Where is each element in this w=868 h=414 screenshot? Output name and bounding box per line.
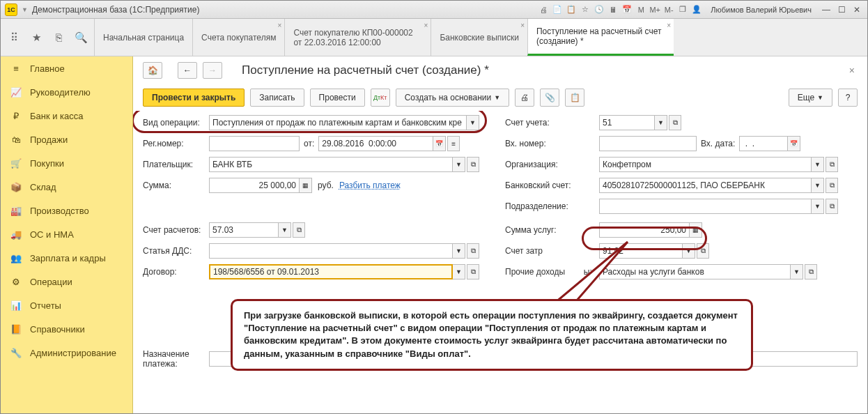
date-extra[interactable]: ≡: [447, 136, 460, 151]
apps-icon[interactable]: ⠿: [8, 31, 20, 44]
windows-icon[interactable]: ❐: [677, 4, 688, 15]
service-sum-input[interactable]: [599, 222, 690, 238]
m-plus-btn[interactable]: M+: [649, 4, 660, 15]
date-picker[interactable]: 📅: [433, 136, 446, 151]
sidebar-item-main[interactable]: ≡Главное: [1, 56, 132, 80]
op-type-input[interactable]: [209, 115, 467, 130]
split-payment-link[interactable]: Разбить платеж: [339, 181, 401, 190]
dropdown-icon[interactable]: ▼: [22, 6, 28, 13]
post-and-close-button[interactable]: Провести и закрыть: [143, 89, 245, 107]
cost-acc-open[interactable]: ⧉: [697, 243, 709, 259]
reg-input[interactable]: [209, 136, 300, 151]
m-minus-btn[interactable]: M-: [663, 4, 674, 15]
account-dropdown[interactable]: ▼: [655, 115, 667, 130]
dtkt-button[interactable]: ДтКт: [371, 89, 390, 107]
sidebar-item-salary[interactable]: 👥Зарплата и кадры: [1, 246, 132, 270]
sum-calc[interactable]: ▦: [300, 178, 312, 193]
history-icon[interactable]: 🕓: [594, 4, 605, 15]
org-open[interactable]: ⧉: [826, 157, 838, 172]
sidebar-item-operations[interactable]: ⚙Операции: [1, 270, 132, 293]
tb-icon-3[interactable]: 📋: [566, 4, 577, 15]
bank-acc-input[interactable]: [599, 178, 812, 193]
favorites-icon[interactable]: ★: [30, 31, 42, 44]
date-input[interactable]: [318, 136, 433, 151]
sidebar-item-manager[interactable]: 📈Руководителю: [1, 80, 132, 104]
tb-icon-2[interactable]: 📄: [552, 4, 563, 15]
in-date-picker[interactable]: 📅: [788, 136, 800, 151]
payer-dropdown[interactable]: ▼: [453, 157, 465, 172]
dds-dropdown[interactable]: ▼: [453, 243, 465, 259]
contract-input[interactable]: [209, 264, 453, 279]
sidebar-item-purchases[interactable]: 🛒Покупки: [1, 151, 132, 175]
tab-close-icon[interactable]: ×: [520, 22, 525, 29]
calc-acc-input[interactable]: [209, 222, 279, 238]
dept-open[interactable]: ⧉: [826, 199, 838, 214]
cost-acc-dropdown[interactable]: ▼: [683, 243, 695, 259]
tab-close-icon[interactable]: ×: [424, 22, 428, 29]
calc-acc-open[interactable]: ⧉: [293, 222, 305, 238]
list-button[interactable]: 📋: [565, 89, 584, 107]
tb-icon-1[interactable]: 🖨: [538, 4, 549, 15]
contract-open[interactable]: ⧉: [467, 264, 479, 279]
other-income-input[interactable]: [599, 264, 791, 279]
tab-invoice-detail[interactable]: Счет покупателю КП00-000002 от 22.03.201…: [284, 19, 431, 56]
cost-acc-input[interactable]: [599, 243, 683, 259]
search-icon[interactable]: 🔍: [75, 31, 87, 44]
tab-bank-statements[interactable]: Банковские выписки×: [431, 19, 527, 56]
tab-invoices[interactable]: Счета покупателям×: [192, 19, 284, 56]
contract-dropdown[interactable]: ▼: [453, 264, 465, 279]
sidebar-item-warehouse[interactable]: 📦Склад: [1, 175, 132, 199]
calc-icon[interactable]: 🖩: [607, 4, 619, 15]
tab-close-icon[interactable]: ×: [667, 22, 671, 29]
minimize-button[interactable]: —: [820, 4, 832, 15]
bank-acc-open[interactable]: ⧉: [826, 178, 838, 193]
in-date-input[interactable]: [739, 136, 788, 151]
bank-acc-dropdown[interactable]: ▼: [812, 178, 824, 193]
sidebar-item-admin[interactable]: 🔧Администрирование: [1, 341, 132, 365]
dds-open[interactable]: ⧉: [467, 243, 479, 259]
more-button[interactable]: Еще▼: [789, 89, 832, 107]
create-based-button[interactable]: Создать на основании▼: [396, 89, 509, 107]
sidebar-item-assets[interactable]: 🚚ОС и НМА: [1, 222, 132, 246]
service-sum-calc[interactable]: ▦: [690, 222, 702, 238]
org-dropdown[interactable]: ▼: [812, 157, 824, 172]
close-button[interactable]: ✕: [851, 4, 863, 15]
payer-open[interactable]: ⧉: [467, 157, 479, 172]
dept-dropdown[interactable]: ▼: [812, 199, 824, 214]
dds-input[interactable]: [209, 243, 453, 259]
help-button[interactable]: ?: [838, 89, 858, 107]
sidebar-item-production[interactable]: 🏭Производство: [1, 199, 132, 222]
user-name[interactable]: Любимов Валерий Юрьевич: [711, 6, 812, 14]
forward-button[interactable]: →: [203, 62, 222, 79]
sum-input[interactable]: [209, 178, 300, 193]
calc-acc-dropdown[interactable]: ▼: [279, 222, 291, 238]
sidebar-item-bank[interactable]: ₽Банк и касса: [1, 104, 132, 128]
sidebar-item-reports[interactable]: 📊Отчеты: [1, 293, 132, 317]
back-button[interactable]: ←: [178, 62, 197, 79]
account-open[interactable]: ⧉: [669, 115, 681, 130]
tab-receipt-create[interactable]: Поступление на расчетный счет (создание)…: [527, 19, 674, 56]
home-button[interactable]: 🏠: [143, 62, 162, 79]
account-input[interactable]: [599, 115, 655, 130]
attach-button[interactable]: 📎: [540, 89, 559, 107]
sidebar-item-directories[interactable]: 📙Справочники: [1, 317, 132, 341]
dept-input[interactable]: [599, 199, 812, 214]
save-button[interactable]: Записать: [250, 89, 304, 107]
sidebar-item-sales[interactable]: 🛍Продажи: [1, 128, 132, 151]
print-button[interactable]: 🖨: [515, 89, 534, 107]
maximize-button[interactable]: ☐: [835, 4, 848, 15]
page-close-button[interactable]: ×: [846, 62, 858, 79]
tab-close-icon[interactable]: ×: [278, 22, 282, 29]
clipboard-icon[interactable]: ⎘: [52, 31, 65, 44]
org-input[interactable]: [599, 157, 812, 172]
post-button[interactable]: Провести: [310, 89, 365, 107]
op-type-dropdown[interactable]: ▼: [467, 115, 479, 130]
in-number-input[interactable]: [599, 136, 697, 151]
payer-input[interactable]: [209, 157, 453, 172]
star-icon[interactable]: ☆: [580, 4, 591, 15]
tab-home[interactable]: Начальная страница: [94, 19, 192, 56]
m-btn[interactable]: M: [635, 4, 646, 15]
calendar-icon[interactable]: 📅: [621, 4, 633, 15]
other-income-dropdown[interactable]: ▼: [791, 264, 803, 279]
other-income-open[interactable]: ⧉: [805, 264, 817, 279]
